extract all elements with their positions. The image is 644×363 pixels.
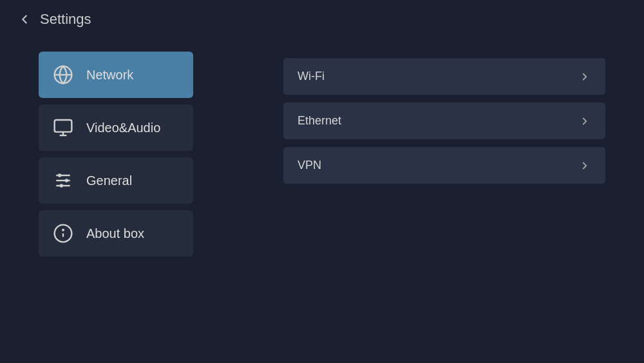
info-icon — [52, 222, 75, 245]
sidebar-item-general-label: General — [86, 173, 132, 188]
svg-point-10 — [60, 184, 63, 187]
page-title: Settings — [40, 11, 91, 28]
main-content: Network Video&Audio — [0, 39, 644, 357]
sliders-icon — [52, 169, 75, 192]
chevron-right-icon — [578, 70, 591, 83]
menu-item-wifi-label: Wi-Fi — [298, 70, 325, 83]
header: Settings — [0, 0, 644, 39]
menu-item-vpn[interactable]: VPN — [283, 147, 605, 184]
menu-item-ethernet[interactable]: Ethernet — [283, 103, 605, 139]
sidebar-item-about-box[interactable]: About box — [39, 210, 193, 257]
sidebar: Network Video&Audio — [39, 52, 193, 344]
menu-item-ethernet-label: Ethernet — [298, 114, 341, 128]
menu-item-wifi[interactable]: Wi-Fi — [283, 58, 605, 95]
svg-point-8 — [58, 173, 61, 177]
sidebar-item-network[interactable]: Network — [39, 52, 193, 98]
back-button[interactable] — [15, 10, 33, 28]
right-panel: Wi-Fi Ethernet VPN — [283, 52, 605, 344]
menu-item-vpn-label: VPN — [298, 159, 321, 172]
sidebar-item-general[interactable]: General — [39, 157, 193, 204]
sidebar-item-network-label: Network — [86, 68, 133, 83]
sidebar-item-about-box-label: About box — [86, 226, 144, 241]
monitor-icon — [52, 116, 75, 139]
svg-point-9 — [65, 179, 68, 182]
chevron-right-icon — [578, 115, 591, 128]
globe-icon — [52, 63, 75, 86]
sidebar-item-video-audio-label: Video&Audio — [86, 121, 160, 135]
sidebar-item-video-audio[interactable]: Video&Audio — [39, 104, 193, 151]
svg-rect-2 — [55, 120, 72, 132]
chevron-right-icon — [578, 159, 591, 172]
